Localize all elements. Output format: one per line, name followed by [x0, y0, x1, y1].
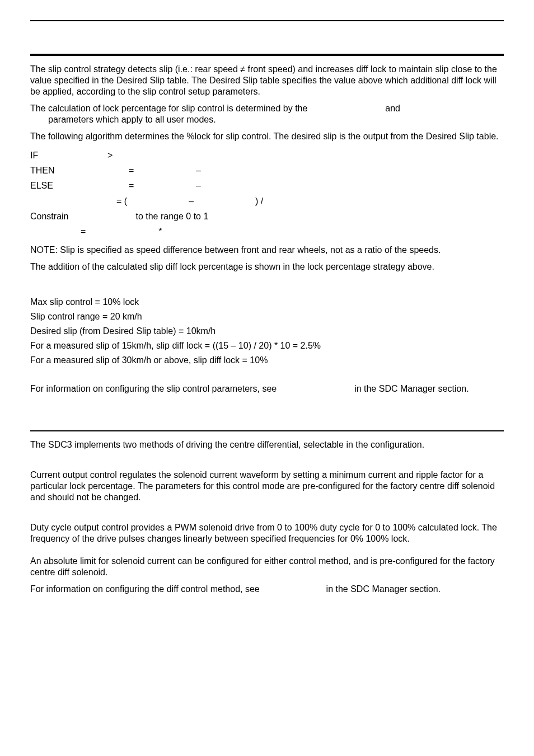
example-line-3: Desired slip (from Desired Slip table) =… [30, 326, 504, 336]
algo-keyword-constrain: Constrain [30, 209, 68, 224]
example-line-4: For a measured slip of 15km/h, slip diff… [30, 341, 504, 351]
algo-keyword-else: ELSE [30, 178, 87, 193]
page-container: The slip control strategy detects slip (… [0, 0, 534, 634]
text-fragment: in the SDC Manager section. [326, 584, 441, 594]
section-heading-output-control [30, 419, 504, 427]
example-block: Max slip control = 10% lock Slip control… [30, 297, 504, 365]
algo-row-ratio: = ( – ) / [30, 194, 504, 209]
algo-minus: – [196, 178, 201, 193]
text-fragment: For information on configuring the slip … [30, 384, 279, 393]
text-fragment: For information on configuring the diff … [30, 584, 262, 594]
algo-range-text: to the range 0 to 1 [135, 209, 208, 224]
example-line-1: Max slip control = 10% lock [30, 297, 504, 307]
example-line-2: Slip control range = 20 km/h [30, 312, 504, 322]
paragraph-sdc3-intro: The SDC3 implements two methods of drivi… [30, 439, 504, 450]
section-rule-2 [30, 430, 504, 431]
algo-star: * [158, 224, 162, 239]
example-line-5: For a measured slip of 30km/h or above, … [30, 355, 504, 365]
paragraph-absolute-limit: An absolute limit for solenoid current c… [30, 556, 504, 578]
section-rule-1 [30, 54, 504, 56]
page-top-rule [30, 20, 504, 21]
algo-row-else: ELSE = – [30, 178, 504, 193]
text-fragment: parameters which apply to all user modes… [30, 115, 216, 124]
paragraph-slip-strategy: The slip control strategy detects slip (… [30, 64, 504, 97]
algo-row-constrain: Constrain to the range 0 to 1 [30, 209, 504, 224]
paragraph-duty-cycle: Duty cycle output control provides a PWM… [30, 522, 504, 544]
algo-eq-open-paren: = ( [116, 194, 127, 209]
algo-eq: = [129, 178, 149, 193]
algo-row-multiply: = * [30, 224, 504, 239]
algorithm-block: IF > THEN = – ELSE = – = ( – ) / [30, 148, 504, 239]
algo-minus: – [196, 163, 201, 178]
algo-keyword-if: IF [30, 148, 87, 163]
algo-row-if: IF > [30, 148, 504, 163]
paragraph-current-output: Current output control regulates the sol… [30, 469, 504, 503]
paragraph-addition: The addition of the calculated slip diff… [30, 261, 504, 273]
paragraph-note: NOTE: Slip is specified as speed differe… [30, 245, 504, 256]
paragraph-calc-lock: The calculation of lock percentage for s… [30, 103, 504, 125]
paragraph-info-diff: For information on configuring the diff … [30, 584, 504, 595]
section-heading-slip-control [30, 43, 504, 50]
text-fragment: and [385, 104, 402, 113]
algo-gt: > [107, 148, 113, 163]
algo-eq: = [81, 224, 86, 239]
text-fragment: The calculation of lock percentage for s… [30, 104, 310, 113]
algo-row-then: THEN = – [30, 163, 504, 178]
algo-eq: = [129, 163, 149, 178]
paragraph-algorithm-intro: The following algorithm determines the %… [30, 131, 504, 142]
algo-keyword-then: THEN [30, 163, 87, 178]
algo-minus: – [189, 194, 194, 209]
text-fragment: in the SDC Manager section. [354, 384, 469, 393]
algo-close-paren-divide: ) / [255, 194, 263, 209]
paragraph-info-slip: For information on configuring the slip … [30, 383, 504, 395]
